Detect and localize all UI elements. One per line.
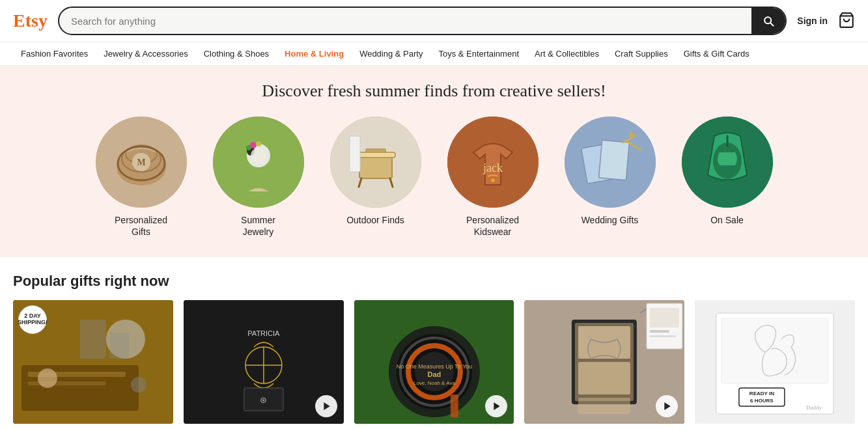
svg-rect-20 [356,152,395,158]
svg-point-40 [38,368,57,388]
search-button[interactable] [751,8,785,34]
svg-text:Dad: Dad [427,370,441,378]
category-label-jewelry: SummerJewelry [241,214,275,238]
product-image-4 [524,300,684,424]
category-label-wedding: Wedding Gifts [581,214,639,226]
svg-rect-77 [721,318,828,383]
banner-title: Discover fresh summer finds from creativ… [13,81,855,101]
category-circle-kidswear: jack [447,117,539,208]
sign-in-link[interactable]: Sign in [797,16,828,26]
on-sale-image [682,117,773,208]
summer-jewelry-image [213,117,304,208]
svg-text:READY IN: READY IN [749,391,774,396]
play-icon-2 [322,401,332,411]
etsy-logo[interactable]: Etsy [13,10,48,31]
svg-rect-27 [598,140,629,180]
nav-item-toys[interactable]: Toys & Entertainment [430,42,527,65]
category-circle-wedding [565,117,656,208]
svg-point-31 [637,147,641,151]
svg-text:M: M [137,158,145,167]
product-grid: 2 DAY SHIPPING! PATRICI [13,300,855,424]
personalized-gifts-image: M [96,117,187,208]
svg-rect-16 [359,156,392,178]
svg-rect-67 [578,362,630,394]
search-icon [762,14,775,27]
svg-rect-72 [650,330,669,333]
nav-item-wedding[interactable]: Wedding & Party [352,42,430,65]
nav-item-craft[interactable]: Craft Supplies [607,42,676,65]
category-circle-jewelry [213,117,304,208]
category-label-personalized: PersonalizedGifts [115,214,167,238]
svg-text:PATRICIA: PATRICIA [247,329,280,337]
svg-marker-51 [324,402,329,410]
svg-rect-73 [650,335,676,337]
category-summer-jewelry[interactable]: SummerJewelry [213,117,304,238]
play-icon-4 [662,401,673,411]
popular-title: Popular gifts right now [13,273,855,290]
product-card-3[interactable]: No One Measures Up To You Dad Love, Noah… [354,300,514,424]
personalized-kidswear-image: jack [447,117,539,208]
product-visual-5: READY IN 6 HOURS Daddy [695,300,855,424]
svg-point-14 [251,148,266,163]
cart-icon [838,12,855,29]
svg-text:Love, Noah & Ava: Love, Noah & Ava [413,380,455,386]
product-image-1: 2 DAY SHIPPING! [13,300,173,424]
svg-rect-61 [450,394,458,417]
category-personalized-gifts[interactable]: M PersonalizedGifts [96,117,187,238]
header: Etsy Sign in [0,0,868,42]
svg-point-13 [256,141,261,146]
svg-rect-43 [109,333,129,359]
nav-item-home[interactable]: Home & Living [277,42,352,65]
product-card-1[interactable]: 2 DAY SHIPPING! [13,300,173,424]
svg-marker-74 [665,402,671,410]
category-personalized-kidswear[interactable]: jack PersonalizedKidswear [447,117,539,238]
category-circle-outdoor [330,117,421,208]
nav-item-clothing[interactable]: Clothing & Shoes [196,42,277,65]
category-circle-onsale [682,117,773,208]
search-bar [58,7,787,35]
nav-item-fashion[interactable]: Fashion Favorites [13,42,96,65]
svg-point-30 [629,132,634,137]
category-on-sale[interactable]: On Sale [682,117,773,238]
nav-item-art[interactable]: Art & Collectibles [527,42,607,65]
wedding-gifts-image [565,117,656,208]
outdoor-finds-image [330,117,421,208]
svg-rect-21 [350,136,360,172]
cart-button[interactable] [838,12,855,31]
header-actions: Sign in [797,12,855,31]
play-icon-3 [492,401,502,411]
product-card-5[interactable]: READY IN 6 HOURS Daddy [695,300,855,424]
svg-text:No One Measures Up To You: No One Measures Up To You [396,363,471,370]
nav-item-jewelry[interactable]: Jewelry & Accessories [96,42,195,65]
product-image-5: READY IN 6 HOURS Daddy [695,300,855,424]
category-label-kidswear: PersonalizedKidswear [466,214,519,238]
category-list: M PersonalizedGifts SummerJewelry [13,117,855,238]
main-nav: Fashion Favorites Jewelry & Accessories … [0,42,868,66]
svg-point-24 [491,178,495,182]
category-wedding-gifts[interactable]: Wedding Gifts [565,117,656,238]
svg-text:6 HOURS: 6 HOURS [750,398,774,404]
product-card-4[interactable] [524,300,684,424]
product-image-2: PATRICIA ⊛ [184,300,344,424]
popular-section: Popular gifts right now 2 DAY SHIPPING! [0,257,868,429]
nav-item-gifts[interactable]: Gifts & Gift Cards [676,42,757,65]
svg-point-41 [131,377,147,393]
svg-rect-71 [650,308,679,327]
svg-text:⊛: ⊛ [260,395,267,405]
search-input[interactable] [59,9,751,33]
svg-rect-42 [80,320,106,359]
svg-text:jack: jack [483,161,503,174]
category-circle-personalized: M [96,117,187,208]
category-outdoor-finds[interactable]: Outdoor Finds [330,117,421,238]
svg-rect-68 [578,398,630,414]
product-card-2[interactable]: PATRICIA ⊛ [184,300,344,424]
svg-point-12 [250,142,257,148]
play-button-2[interactable] [315,395,337,417]
svg-text:Daddy: Daddy [806,404,822,411]
product-image-3: No One Measures Up To You Dad Love, Noah… [354,300,514,424]
banner: Discover fresh summer finds from creativ… [0,66,868,257]
category-label-outdoor: Outdoor Finds [346,214,404,226]
svg-marker-62 [494,402,500,410]
category-label-onsale: On Sale [710,214,744,226]
